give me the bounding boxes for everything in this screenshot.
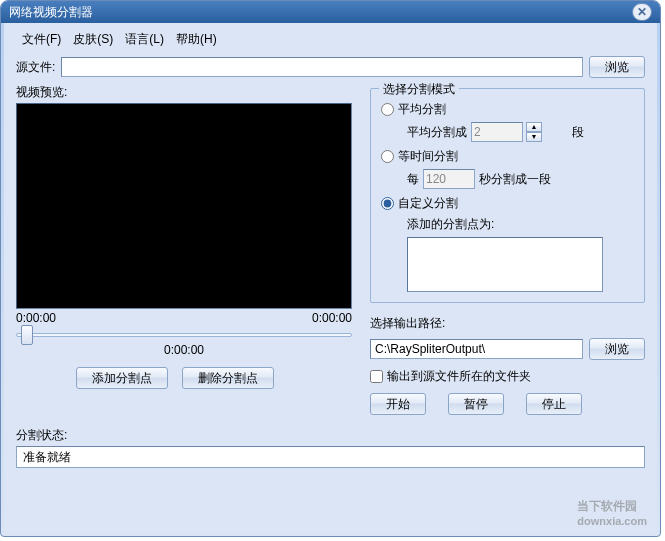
columns: 视频预览: 0:00:00 0:00:00 0:00:00 添加分割点 删除分割… bbox=[16, 84, 645, 415]
output-label: 选择输出路径: bbox=[370, 315, 645, 332]
stop-button[interactable]: 停止 bbox=[526, 393, 582, 415]
output-same-folder-row: 输出到源文件所在的文件夹 bbox=[370, 368, 645, 385]
radio-custom-row: 自定义分割 bbox=[381, 195, 634, 212]
time-end: 0:00:00 bbox=[312, 311, 352, 325]
radio-time-label: 等时间分割 bbox=[398, 148, 458, 165]
slider-thumb[interactable] bbox=[21, 325, 33, 345]
preview-label: 视频预览: bbox=[16, 84, 352, 101]
source-label: 源文件: bbox=[16, 59, 55, 76]
time-prefix: 每 bbox=[407, 171, 419, 188]
status-label: 分割状态: bbox=[16, 428, 67, 442]
time-position: 0:00:00 bbox=[16, 343, 352, 357]
radio-average-label: 平均分割 bbox=[398, 101, 446, 118]
time-suffix: 秒分割成一段 bbox=[479, 171, 551, 188]
menu-file[interactable]: 文件(F) bbox=[22, 31, 61, 48]
output-same-folder-label: 输出到源文件所在的文件夹 bbox=[387, 368, 531, 385]
control-buttons: 开始 暂停 停止 bbox=[370, 393, 645, 415]
avg-suffix: 段 bbox=[572, 124, 584, 141]
avg-spinner: ▲ ▼ bbox=[526, 122, 542, 142]
output-same-folder-checkbox[interactable] bbox=[370, 370, 383, 383]
close-button[interactable]: ✕ bbox=[632, 3, 652, 21]
split-points-list[interactable] bbox=[407, 237, 603, 292]
source-row: 源文件: 浏览 bbox=[16, 56, 645, 78]
right-column: 选择分割模式 平均分割 平均分割成 ▲ ▼ 段 bbox=[370, 84, 645, 415]
left-column: 视频预览: 0:00:00 0:00:00 0:00:00 添加分割点 删除分割… bbox=[16, 84, 352, 415]
status-box: 准备就绪 bbox=[16, 446, 645, 468]
client-area: 文件(F) 皮肤(S) 语言(L) 帮助(H) 源文件: 浏览 视频预览: 0:… bbox=[4, 23, 657, 533]
time-start: 0:00:00 bbox=[16, 311, 56, 325]
radio-time-split[interactable] bbox=[381, 150, 394, 163]
time-sub-row: 每 秒分割成一段 bbox=[407, 169, 634, 189]
time-seconds-input[interactable] bbox=[423, 169, 475, 189]
browse-source-button[interactable]: 浏览 bbox=[589, 56, 645, 78]
avg-spin-up-icon[interactable]: ▲ bbox=[526, 122, 542, 132]
menu-language[interactable]: 语言(L) bbox=[125, 31, 164, 48]
status-text: 准备就绪 bbox=[23, 449, 71, 466]
source-input[interactable] bbox=[61, 57, 583, 77]
radio-custom-label: 自定义分割 bbox=[398, 195, 458, 212]
avg-sub-row: 平均分割成 ▲ ▼ 段 bbox=[407, 122, 634, 142]
watermark-url: downxia.com bbox=[577, 515, 647, 527]
video-preview[interactable] bbox=[16, 103, 352, 309]
split-point-buttons: 添加分割点 删除分割点 bbox=[76, 367, 352, 389]
watermark-text: 当下软件园 bbox=[577, 499, 637, 513]
radio-avg-row: 平均分割 bbox=[381, 101, 634, 118]
status-area: 分割状态: 准备就绪 bbox=[16, 427, 645, 468]
radio-custom-split[interactable] bbox=[381, 197, 394, 210]
output-path-input[interactable] bbox=[370, 339, 583, 359]
watermark: 当下软件园 downxia.com bbox=[577, 496, 647, 527]
app-window: 网络视频分割器 ✕ 文件(F) 皮肤(S) 语言(L) 帮助(H) 源文件: 浏… bbox=[0, 0, 661, 537]
window-title: 网络视频分割器 bbox=[9, 4, 632, 21]
browse-output-button[interactable]: 浏览 bbox=[589, 338, 645, 360]
output-row: 浏览 bbox=[370, 338, 645, 360]
menu-skin[interactable]: 皮肤(S) bbox=[73, 31, 113, 48]
split-mode-group: 选择分割模式 平均分割 平均分割成 ▲ ▼ 段 bbox=[370, 88, 645, 303]
close-icon: ✕ bbox=[637, 5, 647, 19]
start-button[interactable]: 开始 bbox=[370, 393, 426, 415]
avg-prefix: 平均分割成 bbox=[407, 124, 467, 141]
radio-average-split[interactable] bbox=[381, 103, 394, 116]
custom-sub-label: 添加的分割点为: bbox=[407, 216, 634, 233]
time-row: 0:00:00 0:00:00 bbox=[16, 311, 352, 325]
seek-slider[interactable] bbox=[16, 333, 352, 337]
slider-track[interactable] bbox=[16, 333, 352, 337]
avg-segments-input[interactable] bbox=[471, 122, 523, 142]
radio-time-row: 等时间分割 bbox=[381, 148, 634, 165]
add-split-point-button[interactable]: 添加分割点 bbox=[76, 367, 168, 389]
menubar: 文件(F) 皮肤(S) 语言(L) 帮助(H) bbox=[16, 27, 645, 56]
titlebar[interactable]: 网络视频分割器 ✕ bbox=[1, 1, 660, 23]
split-mode-legend: 选择分割模式 bbox=[379, 81, 459, 98]
delete-split-point-button[interactable]: 删除分割点 bbox=[182, 367, 274, 389]
menu-help[interactable]: 帮助(H) bbox=[176, 31, 217, 48]
pause-button[interactable]: 暂停 bbox=[448, 393, 504, 415]
avg-spin-down-icon[interactable]: ▼ bbox=[526, 132, 542, 142]
